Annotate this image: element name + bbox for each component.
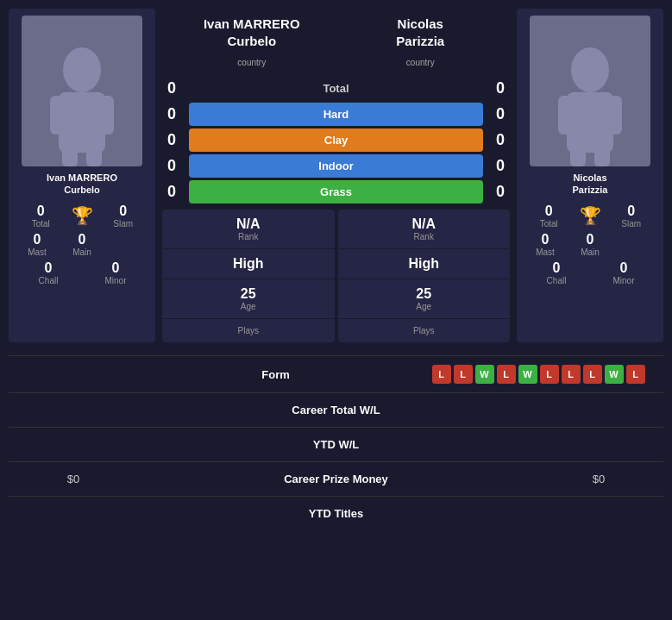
left-age-label: Age [166, 302, 330, 311]
mid-stat-panels: N/A Rank High 25 Age Plays [159, 210, 513, 342]
left-name-header: Ivan MARRERO Curbelo [167, 16, 336, 49]
career-prize-label: Career Prize Money [134, 473, 538, 485]
grass-score-left: 0 [159, 183, 185, 201]
right-chall-label: Chall [524, 276, 589, 285]
left-country: country [237, 56, 266, 69]
right-slam-value: 0 [606, 204, 657, 219]
left-chall-value: 0 [16, 260, 81, 276]
right-main-value: 0 [568, 232, 612, 247]
svg-rect-11 [594, 149, 610, 166]
right-age-label: Age [342, 302, 506, 311]
svg-rect-10 [570, 149, 586, 166]
ytd-titles-label: YTD Titles [134, 507, 538, 520]
left-total-label: Total [16, 219, 66, 229]
svg-rect-5 [86, 149, 102, 166]
left-stat-panel: N/A Rank High 25 Age Plays [162, 210, 335, 342]
career-prize-right: $0 [538, 473, 659, 485]
court-indoor-row[interactable]: 0 Indoor 0 [159, 154, 513, 178]
right-country: country [406, 56, 435, 69]
total-score-left: 0 [159, 79, 185, 97]
hard-score-right: 0 [487, 105, 513, 123]
right-slam-label: Slam [606, 219, 657, 229]
indoor-court-btn[interactable]: Indoor [189, 154, 483, 178]
form-badge-l: L [583, 365, 602, 384]
indoor-score-left: 0 [159, 157, 185, 175]
grass-court-btn[interactable]: Grass [189, 180, 483, 204]
left-mast-value: 0 [16, 232, 59, 247]
svg-rect-2 [50, 96, 64, 135]
left-slam-label: Slam [98, 219, 149, 229]
right-player-photo [530, 16, 650, 166]
right-name-header: Nicolas Parizzia [336, 16, 506, 49]
svg-rect-1 [59, 92, 105, 153]
bottom-rows: Form LLWLWLLLWL Career Total W/L YTD W/L… [0, 355, 672, 530]
court-grass-row[interactable]: 0 Grass 0 [159, 180, 513, 204]
right-mast-label: Mast [524, 247, 567, 257]
left-plays-item: Plays [162, 319, 335, 342]
right-stat-panel: N/A Rank High 25 Age Plays [338, 210, 511, 342]
form-badge-l: L [454, 365, 473, 384]
court-clay-row[interactable]: 0 Clay 0 [159, 128, 513, 152]
right-age-item: 25 Age [338, 279, 511, 319]
form-badge-w: W [605, 365, 624, 384]
left-rank-value: N/A [166, 216, 330, 232]
left-plays-label: Plays [166, 326, 330, 335]
right-trophy-icon: 🏆 [580, 205, 601, 226]
form-row: Form LLWLWLLLWL [9, 355, 663, 392]
right-rank-item: N/A Rank [338, 210, 511, 249]
form-badges: LLWLWLLLWL [418, 365, 659, 384]
left-rank-label: Rank [166, 232, 330, 241]
left-main-value: 0 [60, 232, 104, 247]
right-chall-value: 0 [524, 260, 589, 276]
right-plays-item: Plays [338, 319, 511, 342]
right-player-box: Nicolas Parizzia 0 Total 🏆 0 Slam [517, 9, 663, 342]
left-age-item: 25 Age [162, 279, 335, 319]
right-total-value: 0 [524, 204, 575, 219]
hard-score-left: 0 [159, 105, 185, 123]
players-comparison: Ivan MARRERO Curbelo 0 Total 🏆 0 Slam [0, 0, 672, 351]
left-minor-value: 0 [83, 260, 148, 276]
left-mast-label: Mast [16, 247, 59, 257]
svg-rect-7 [567, 92, 613, 153]
grass-score-right: 0 [487, 183, 513, 201]
ytd-wl-row: YTD W/L [9, 427, 663, 461]
indoor-score-right: 0 [487, 157, 513, 175]
left-minor-label: Minor [83, 276, 148, 285]
clay-court-btn[interactable]: Clay [189, 128, 483, 152]
form-badge-w: W [518, 365, 537, 384]
clay-score-left: 0 [159, 131, 185, 149]
total-court-label: Total [189, 77, 483, 100]
svg-point-6 [571, 47, 609, 92]
form-badge-l: L [540, 365, 559, 384]
left-high-value: High [166, 256, 330, 272]
form-badge-l: L [432, 365, 451, 384]
career-total-row: Career Total W/L [9, 392, 663, 427]
right-plays-label: Plays [342, 326, 506, 335]
left-chall-label: Chall [16, 276, 81, 285]
left-player-box: Ivan MARRERO Curbelo 0 Total 🏆 0 Slam [9, 9, 155, 342]
form-badge-l: L [626, 365, 645, 384]
left-player-photo [22, 16, 142, 166]
right-rank-label: Rank [342, 232, 506, 241]
right-high-value: High [342, 256, 506, 272]
right-mast-value: 0 [524, 232, 567, 247]
total-score-right: 0 [487, 79, 513, 97]
form-badge-l: L [497, 365, 516, 384]
court-total-row: 0 Total 0 [159, 77, 513, 100]
court-hard-row[interactable]: 0 Hard 0 [159, 103, 513, 126]
form-label: Form [134, 368, 418, 381]
hard-court-btn[interactable]: Hard [189, 103, 483, 126]
svg-rect-3 [100, 96, 114, 135]
page-wrapper: Ivan MARRERO Curbelo 0 Total 🏆 0 Slam [0, 0, 672, 620]
form-badge-w: W [475, 365, 494, 384]
right-minor-value: 0 [591, 260, 656, 276]
left-high-item: High [162, 249, 335, 279]
svg-rect-4 [62, 149, 78, 166]
form-badge-l: L [562, 365, 581, 384]
left-rank-item: N/A Rank [162, 210, 335, 249]
svg-rect-9 [608, 96, 622, 135]
courts-area: 0 Total 0 0 Hard 0 0 Clay 0 0 [159, 72, 513, 208]
svg-rect-8 [558, 96, 572, 135]
left-player-name: Ivan MARRERO Curbelo [47, 172, 117, 197]
left-slam-value: 0 [98, 204, 149, 219]
